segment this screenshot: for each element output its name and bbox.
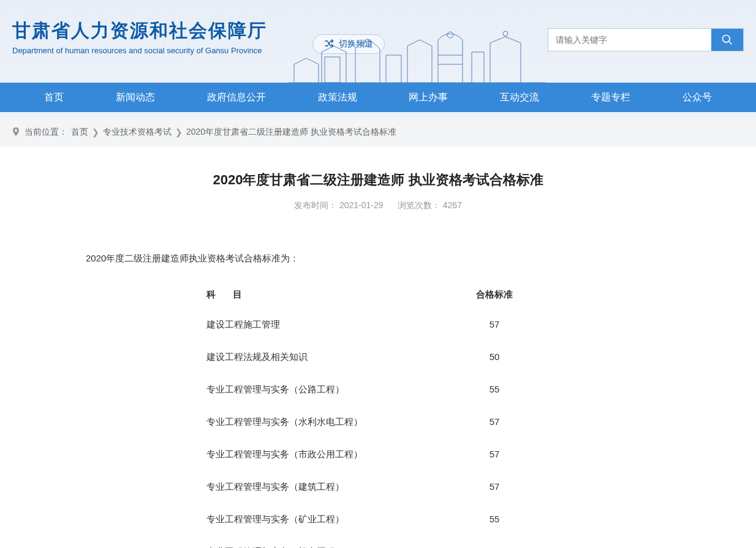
table-header: 科目 合格标准 bbox=[194, 280, 562, 308]
row-score: 55 bbox=[427, 509, 562, 529]
article-meta: 发布时间： 2021-01-29 浏览次数： 4267 bbox=[49, 200, 707, 211]
header-subject: 科目 bbox=[194, 284, 427, 304]
row-subject: 建设工程法规及相关知识 bbox=[194, 347, 427, 367]
views-label: 浏览次数： bbox=[398, 200, 440, 210]
search-box bbox=[548, 28, 744, 51]
row-subject: 专业工程管理与实务（建筑工程） bbox=[194, 476, 427, 497]
breadcrumb-current: 2020年度甘肃省二级注册建造师 执业资格考试合格标准 bbox=[186, 127, 396, 138]
table-row: 建设工程施工管理 57 bbox=[194, 308, 562, 340]
publish-label: 发布时间： bbox=[294, 200, 337, 210]
score-table: 科目 合格标准 建设工程施工管理 57 建设工程法规及相关知识 50 专业工程管… bbox=[194, 280, 562, 548]
table-row: 专业工程管理与实务（矿业工程） 55 bbox=[194, 503, 562, 535]
row-score: 57 bbox=[427, 541, 562, 548]
svg-rect-0 bbox=[325, 57, 340, 83]
nav-home[interactable]: 首页 bbox=[32, 83, 76, 112]
row-score: 57 bbox=[427, 411, 562, 432]
row-subject: 专业工程管理与实务（公路工程） bbox=[194, 379, 427, 399]
row-subject: 专业工程管理与实务（机电工程） bbox=[194, 541, 427, 548]
intro-paragraph: 2020年度二级注册建造师执业资格考试合格标准为： bbox=[67, 248, 689, 268]
nav-wechat[interactable]: 公众号 bbox=[670, 83, 724, 112]
table-row: 专业工程管理与实务（水利水电工程） 57 bbox=[194, 405, 562, 438]
table-row: 专业工程管理与实务（机电工程） 57 bbox=[194, 535, 562, 548]
header-score: 合格标准 bbox=[427, 284, 562, 304]
nav-policy[interactable]: 政策法规 bbox=[306, 83, 369, 112]
svg-point-4 bbox=[723, 36, 730, 43]
nav-news[interactable]: 新闻动态 bbox=[104, 83, 167, 112]
row-subject: 专业工程管理与实务（市政公用工程） bbox=[194, 444, 427, 464]
site-header: 甘肃省人力资源和社会保障厅 Department of human resour… bbox=[0, 0, 756, 83]
row-score: 57 bbox=[427, 314, 562, 334]
views-count: 4267 bbox=[443, 200, 462, 210]
row-score: 57 bbox=[427, 476, 562, 497]
nav-online-service[interactable]: 网上办事 bbox=[396, 83, 460, 112]
search-input[interactable] bbox=[548, 29, 711, 51]
channel-switch-button[interactable]: 切换频道 bbox=[312, 34, 385, 54]
chevron-right-icon: ❯ bbox=[175, 127, 183, 137]
row-score: 50 bbox=[427, 347, 562, 367]
chevron-right-icon: ❯ bbox=[92, 127, 99, 137]
article: 2020年度甘肃省二级注册建造师 执业资格考试合格标准 发布时间： 2021-0… bbox=[0, 171, 756, 548]
shuffle-icon bbox=[324, 39, 334, 50]
main-nav: 首页 新闻动态 政府信息公开 政策法规 网上办事 互动交流 专题专栏 公众号 bbox=[0, 83, 756, 112]
nav-interact[interactable]: 互动交流 bbox=[488, 83, 551, 112]
search-icon bbox=[721, 34, 733, 46]
row-score: 57 bbox=[427, 444, 562, 464]
publish-time: 2021-01-29 bbox=[339, 200, 384, 210]
channel-switch-label: 切换频道 bbox=[339, 39, 373, 50]
breadcrumb-category[interactable]: 专业技术资格考试 bbox=[103, 127, 172, 138]
table-row: 专业工程管理与实务（建筑工程） 57 bbox=[194, 470, 562, 503]
search-button[interactable] bbox=[711, 29, 743, 51]
row-subject: 专业工程管理与实务（矿业工程） bbox=[194, 509, 427, 529]
row-subject: 建设工程施工管理 bbox=[194, 314, 427, 334]
svg-line-5 bbox=[729, 42, 732, 45]
location-icon bbox=[12, 127, 21, 138]
nav-gov-info[interactable]: 政府信息公开 bbox=[195, 83, 278, 112]
table-row: 专业工程管理与实务（公路工程） 55 bbox=[194, 373, 562, 405]
table-row: 专业工程管理与实务（市政公用工程） 57 bbox=[194, 438, 562, 470]
article-body: 2020年度二级注册建造师执业资格考试合格标准为： 科目 合格标准 建设工程施工… bbox=[49, 248, 707, 548]
breadcrumb-home[interactable]: 首页 bbox=[71, 127, 88, 138]
row-subject: 专业工程管理与实务（水利水电工程） bbox=[194, 411, 427, 432]
table-row: 建设工程法规及相关知识 50 bbox=[194, 340, 562, 373]
row-score: 55 bbox=[427, 379, 562, 399]
article-title: 2020年度甘肃省二级注册建造师 执业资格考试合格标准 bbox=[49, 171, 707, 189]
nav-topics[interactable]: 专题专栏 bbox=[579, 83, 643, 112]
breadcrumb-label: 当前位置： bbox=[25, 127, 67, 138]
breadcrumb: 当前位置： 首页 ❯ 专业技术资格考试 ❯ 2020年度甘肃省二级注册建造师 执… bbox=[0, 118, 756, 146]
